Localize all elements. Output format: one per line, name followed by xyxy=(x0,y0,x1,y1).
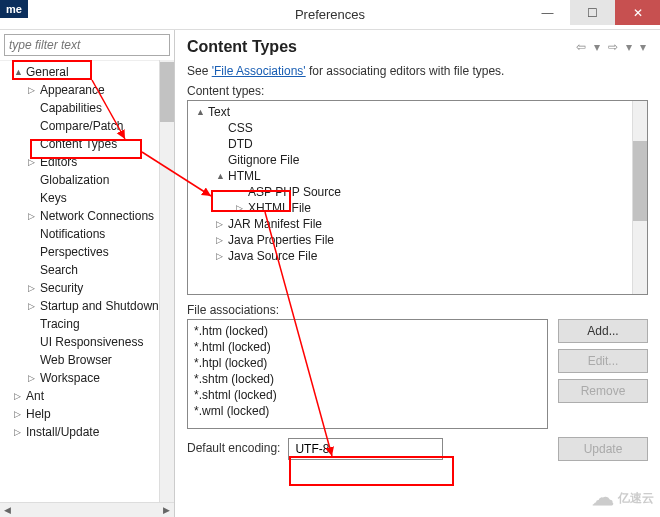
content-type-item[interactable]: ▷XHTML File xyxy=(188,200,647,216)
file-association-item[interactable]: *.wml (locked) xyxy=(194,403,541,419)
tree-item-label: Editors xyxy=(40,155,77,169)
page-title: Content Types xyxy=(187,38,297,56)
sidebar-hscroll[interactable]: ◀ ▶ xyxy=(0,502,174,517)
tree-item[interactable]: ▷Keys xyxy=(0,189,174,207)
expand-icon[interactable]: ▷ xyxy=(14,409,24,419)
tree-item[interactable]: ▷Startup and Shutdown xyxy=(0,297,174,315)
tree-item[interactable]: ▷Web Browser xyxy=(0,351,174,369)
content-type-item[interactable]: ▷Java Properties File xyxy=(188,232,647,248)
tree-item-label: Install/Update xyxy=(26,425,99,439)
back-icon[interactable]: ⇦ xyxy=(574,40,588,54)
tree-item-label: Network Connections xyxy=(40,209,154,223)
collapse-icon[interactable]: ▲ xyxy=(216,171,226,181)
expand-icon[interactable]: ▷ xyxy=(28,211,38,221)
toolbar-icons: ⇦▾ ⇨▾ ▾ xyxy=(574,40,648,54)
file-association-item[interactable]: *.htm (locked) xyxy=(194,323,541,339)
expand-icon[interactable]: ▷ xyxy=(216,219,226,229)
tree-item-label: Perspectives xyxy=(40,245,109,259)
tree-item[interactable]: ▷Compare/Patch xyxy=(0,117,174,135)
forward-icon[interactable]: ⇨ xyxy=(606,40,620,54)
content-types-tree[interactable]: ▲Text▷CSS▷DTD▷Gitignore File▲HTML▷ASP PH… xyxy=(188,101,647,294)
menu-icon[interactable]: ▾ xyxy=(638,40,648,54)
tree-item[interactable]: ▷Ant xyxy=(0,387,174,405)
remove-button[interactable]: Remove xyxy=(558,379,648,403)
window-controls: — ☐ ✕ xyxy=(525,0,660,25)
tree-item[interactable]: ▷Content Types xyxy=(0,135,174,153)
content-type-item[interactable]: ▲Text xyxy=(188,104,647,120)
tree-item[interactable]: ▷Editors xyxy=(0,153,174,171)
tree-item-label: Workspace xyxy=(40,371,100,385)
tree-item[interactable]: ▷Tracing xyxy=(0,315,174,333)
file-associations-list[interactable]: *.htm (locked)*.html (locked)*.htpl (loc… xyxy=(187,319,548,429)
update-button[interactable]: Update xyxy=(558,437,648,461)
content-types-label: Content types: xyxy=(187,84,648,98)
content-type-item[interactable]: ▷ASP PHP Source xyxy=(188,184,647,200)
file-association-item[interactable]: *.htpl (locked) xyxy=(194,355,541,371)
content-type-item[interactable]: ▷JAR Manifest File xyxy=(188,216,647,232)
file-association-item[interactable]: *.html (locked) xyxy=(194,339,541,355)
tree-item-label: Ant xyxy=(26,389,44,403)
collapse-icon[interactable]: ▲ xyxy=(196,107,206,117)
tree-item[interactable]: ▷Help xyxy=(0,405,174,423)
tree-item[interactable]: ▷UI Responsiveness xyxy=(0,333,174,351)
tree-item[interactable]: ▷Workspace xyxy=(0,369,174,387)
content-types-tree-wrap: ▲Text▷CSS▷DTD▷Gitignore File▲HTML▷ASP PH… xyxy=(187,100,648,295)
content-type-label: Java Source File xyxy=(228,249,317,263)
tree-item[interactable]: ▷Security xyxy=(0,279,174,297)
tree-item[interactable]: ▷Notifications xyxy=(0,225,174,243)
add-button[interactable]: Add... xyxy=(558,319,648,343)
expand-icon[interactable]: ▷ xyxy=(216,235,226,245)
expand-icon[interactable]: ▷ xyxy=(28,85,38,95)
content-type-item[interactable]: ▲HTML xyxy=(188,168,647,184)
tree-item-label: Help xyxy=(26,407,51,421)
tree-item[interactable]: ▷Perspectives xyxy=(0,243,174,261)
content-type-label: XHTML File xyxy=(248,201,311,215)
tree-item-label: Globalization xyxy=(40,173,109,187)
maximize-button[interactable]: ☐ xyxy=(570,0,615,25)
tree-item-label: General xyxy=(26,65,69,79)
expand-icon[interactable]: ▷ xyxy=(28,373,38,383)
filter-input[interactable] xyxy=(4,34,170,56)
app-badge: me xyxy=(0,0,28,18)
content-type-label: JAR Manifest File xyxy=(228,217,322,231)
tree-item[interactable]: ▷Globalization xyxy=(0,171,174,189)
tree-item-label: Keys xyxy=(40,191,67,205)
expand-icon[interactable]: ▷ xyxy=(28,283,38,293)
scroll-right-icon[interactable]: ▶ xyxy=(159,503,174,517)
edit-button[interactable]: Edit... xyxy=(558,349,648,373)
file-associations-label: File associations: xyxy=(187,303,648,317)
content-type-item[interactable]: ▷CSS xyxy=(188,120,647,136)
window-title: Preferences xyxy=(295,7,365,22)
content-type-item[interactable]: ▷Gitignore File xyxy=(188,152,647,168)
encoding-input[interactable] xyxy=(288,438,443,460)
minimize-button[interactable]: — xyxy=(525,0,570,25)
expand-icon[interactable]: ▷ xyxy=(236,203,246,213)
tree-item[interactable]: ▷Search xyxy=(0,261,174,279)
file-association-item[interactable]: *.shtml (locked) xyxy=(194,387,541,403)
expand-icon[interactable]: ▷ xyxy=(28,157,38,167)
tree-item[interactable]: ▲General xyxy=(0,63,174,81)
content-type-item[interactable]: ▷Java Source File xyxy=(188,248,647,264)
sidebar-scrollbar[interactable] xyxy=(159,60,174,502)
tree-item[interactable]: ▷Install/Update xyxy=(0,423,174,441)
expand-icon[interactable]: ▷ xyxy=(28,301,38,311)
content-type-item[interactable]: ▷DTD xyxy=(188,136,647,152)
tree-item-label: UI Responsiveness xyxy=(40,335,143,349)
tree-item[interactable]: ▷Appearance xyxy=(0,81,174,99)
content-types-scrollbar[interactable] xyxy=(632,101,647,294)
expand-icon[interactable]: ▷ xyxy=(14,391,24,401)
content-type-label: CSS xyxy=(228,121,253,135)
tree-item[interactable]: ▷Network Connections xyxy=(0,207,174,225)
preferences-tree[interactable]: ▲General▷Appearance▷Capabilities▷Compare… xyxy=(0,61,174,502)
expand-icon[interactable]: ▷ xyxy=(216,251,226,261)
file-association-item[interactable]: *.shtm (locked) xyxy=(194,371,541,387)
collapse-icon[interactable]: ▲ xyxy=(14,67,24,77)
content-pane: Content Types ⇦▾ ⇨▾ ▾ See 'File Associat… xyxy=(175,30,660,517)
file-associations-link[interactable]: 'File Associations' xyxy=(212,64,306,78)
content-type-label: DTD xyxy=(228,137,253,151)
close-button[interactable]: ✕ xyxy=(615,0,660,25)
content-type-label: ASP PHP Source xyxy=(248,185,341,199)
tree-item[interactable]: ▷Capabilities xyxy=(0,99,174,117)
scroll-left-icon[interactable]: ◀ xyxy=(0,503,15,517)
expand-icon[interactable]: ▷ xyxy=(14,427,24,437)
